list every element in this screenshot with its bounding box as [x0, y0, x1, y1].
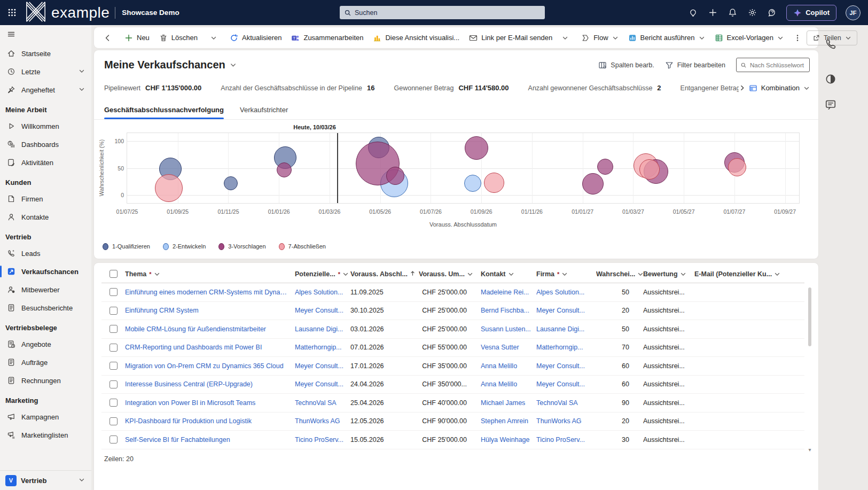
column-header-0[interactable]: Thema*: [125, 270, 295, 278]
sidebar-item-rechnungen[interactable]: Rechnungen: [0, 371, 91, 390]
app-launcher-waffle-icon[interactable]: [0, 0, 24, 25]
row-checkbox[interactable]: [110, 435, 118, 444]
legend-item-1-qualifizieren[interactable]: 1-Qualifizieren: [103, 243, 150, 250]
row-checkbox[interactable]: [110, 399, 118, 407]
cell-potenzielle-[interactable]: Alpes Solution...: [295, 289, 350, 296]
chart-bubble[interactable]: [277, 162, 292, 177]
cell-firma[interactable]: Meyer Consult...: [536, 307, 596, 314]
legend-item-7-abschlie-en[interactable]: 7-Abschließen: [279, 243, 326, 250]
row-checkbox[interactable]: [110, 288, 118, 296]
row-checkbox[interactable]: [110, 417, 118, 425]
chart-bubble[interactable]: [464, 175, 481, 192]
bell-icon[interactable]: [727, 7, 738, 18]
chart-bubble[interactable]: [386, 167, 404, 185]
cell-thema[interactable]: CRM-Reporting und Dashboards mit Power B…: [125, 344, 295, 351]
sidebar-item-willkommen[interactable]: Willkommen: [0, 117, 91, 135]
keyword-filter-input[interactable]: [736, 58, 810, 72]
column-header-6[interactable]: Wahrschei...: [596, 270, 643, 278]
table-row[interactable]: CRM-Reporting und Dashboards mit Power B…: [101, 339, 804, 357]
cell-kontakt[interactable]: Michael James: [481, 399, 536, 407]
select-all-checkbox[interactable]: [110, 270, 118, 278]
cell-kontakt[interactable]: Madeleine Rei...: [481, 289, 536, 296]
chart-bubble[interactable]: [465, 136, 488, 160]
help-chat-icon[interactable]: [767, 7, 777, 18]
edit-filters-button[interactable]: Filter bearbeiten: [665, 61, 725, 69]
cell-kontakt[interactable]: Bernd Fischba...: [481, 307, 536, 314]
plus-icon[interactable]: [707, 7, 718, 18]
cell-thema[interactable]: Migration von On-Prem CRM zu Dynamics 36…: [125, 362, 295, 370]
back-button[interactable]: [98, 30, 116, 45]
cell-firma[interactable]: Lausanne Digi...: [536, 325, 596, 333]
cell-thema[interactable]: KPI-Dashboard für Produktion und Logisti…: [125, 417, 295, 425]
run-report-button[interactable]: Bericht ausführen: [623, 30, 710, 45]
cell-thema[interactable]: Einführung eines modernen CRM-Systems mi…: [125, 289, 295, 296]
cell-potenzielle-[interactable]: Lausanne Digi...: [295, 325, 350, 333]
chart-bubble[interactable]: [155, 174, 183, 202]
cell-potenzielle-[interactable]: Meyer Consult...: [295, 380, 350, 388]
flow-button[interactable]: Flow: [576, 30, 623, 45]
sidebar-item-angebote[interactable]: Angebote: [0, 335, 91, 353]
cell-potenzielle-[interactable]: Meyer Consult...: [295, 307, 350, 314]
gear-icon[interactable]: [747, 7, 757, 18]
cell-thema[interactable]: Self-Service BI für Fachabteilungen: [125, 436, 295, 444]
sidebar-item-leads[interactable]: Leads: [0, 244, 91, 262]
cell-potenzielle-[interactable]: Matterhorngip...: [295, 344, 350, 351]
sidebar-item-startseite[interactable]: Startseite: [0, 44, 91, 63]
row-checkbox[interactable]: [110, 362, 118, 370]
circle-half-rail-button[interactable]: [825, 73, 836, 85]
cell-kontakt[interactable]: Anna Melillo: [481, 380, 536, 388]
cell-kontakt[interactable]: Anna Melillo: [481, 362, 536, 370]
chart-type-selector[interactable]: Kombination: [749, 84, 810, 92]
cell-thema[interactable]: Einführung CRM System: [125, 307, 295, 314]
table-row[interactable]: Migration von On-Prem CRM zu Dynamics 36…: [101, 357, 804, 376]
chart-bubble[interactable]: [597, 159, 613, 175]
row-checkbox[interactable]: [110, 344, 118, 352]
chart-bubble[interactable]: [639, 159, 660, 180]
sidebar-item-mitbewerber[interactable]: Mitbewerber: [0, 281, 91, 299]
cell-firma[interactable]: Ticino ProServ...: [536, 436, 596, 444]
cell-kontakt[interactable]: Vesna Sutter: [481, 344, 536, 351]
chart-bubble[interactable]: [484, 173, 504, 193]
row-checkbox[interactable]: [110, 380, 118, 388]
new-button[interactable]: Neu: [120, 30, 154, 45]
collaborate-button[interactable]: TZusammenarbeiten: [286, 30, 368, 45]
sidebar-collapse-hamburger-icon[interactable]: [0, 25, 91, 43]
lightbulb-icon[interactable]: [687, 7, 698, 18]
sidebar-item-letzte[interactable]: Letzte: [0, 63, 91, 81]
edit-columns-button[interactable]: Spalten bearb.: [598, 61, 654, 69]
column-header-3[interactable]: Vorauss. Um...: [419, 270, 481, 278]
column-header-5[interactable]: Firma*: [536, 270, 596, 278]
cell-firma[interactable]: ThunWorks AG: [536, 417, 596, 425]
cell-thema[interactable]: Interesse Business Central (ERP-Upgrade): [125, 380, 295, 388]
column-header-4[interactable]: Kontakt: [481, 270, 536, 278]
metrics-expand-chevron-right-icon[interactable]: [739, 84, 746, 91]
area-switcher[interactable]: V Vertrieb: [0, 470, 91, 490]
cell-potenzielle-[interactable]: ThunWorks AG: [295, 417, 350, 425]
column-header-2[interactable]: Vorauss. Abschl...: [350, 270, 419, 278]
excel-templates-button[interactable]: Excel-Vorlagen: [710, 30, 788, 45]
legend-item-2-entwickeln[interactable]: 2-Entwickeln: [163, 243, 206, 250]
sidebar-item-firmen[interactable]: Firmen: [0, 190, 91, 208]
cell-firma[interactable]: Meyer Consult...: [536, 380, 596, 388]
sidebar-item-aktivit-ten[interactable]: Aktivitäten: [0, 153, 91, 172]
cell-firma[interactable]: Meyer Consult...: [536, 362, 596, 370]
email-overflow-chevron[interactable]: [557, 30, 573, 45]
sidebar-item-auftr-ge[interactable]: Aufträge: [0, 353, 91, 371]
global-search-input[interactable]: Suchen: [340, 6, 545, 19]
user-avatar[interactable]: JF: [846, 5, 861, 20]
row-checkbox[interactable]: [110, 325, 118, 333]
sidebar-item-verkaufschancen[interactable]: Verkaufschancen: [0, 262, 91, 281]
table-row[interactable]: Integration von Power BI in Microsoft Te…: [101, 394, 804, 413]
sidebar-item-angeheftet[interactable]: Angeheftet: [0, 81, 91, 99]
sidebar-item-kampagnen[interactable]: Kampagnen: [0, 408, 91, 426]
cell-kontakt[interactable]: Susann Lusten...: [481, 325, 536, 333]
cell-kontakt[interactable]: Stephen Amrein: [481, 417, 536, 425]
cell-potenzielle-[interactable]: Ticino ProServ...: [295, 436, 350, 444]
more-commands-button[interactable]: [788, 30, 807, 45]
scrollbar-down-arrow-icon[interactable]: ▾: [807, 447, 813, 453]
tab-gesch-ftsabschlussnachverfolgung[interactable]: Geschäftsabschlussnachverfolgung: [104, 106, 224, 119]
cell-firma[interactable]: TechnoVal SA: [536, 399, 596, 407]
visualize-view-button[interactable]: Diese Ansicht visualisi...: [368, 30, 464, 45]
table-row[interactable]: Einführung CRM SystemMeyer Consult...30.…: [101, 302, 804, 321]
table-row[interactable]: Einführung eines modernen CRM-Systems mi…: [101, 283, 804, 302]
